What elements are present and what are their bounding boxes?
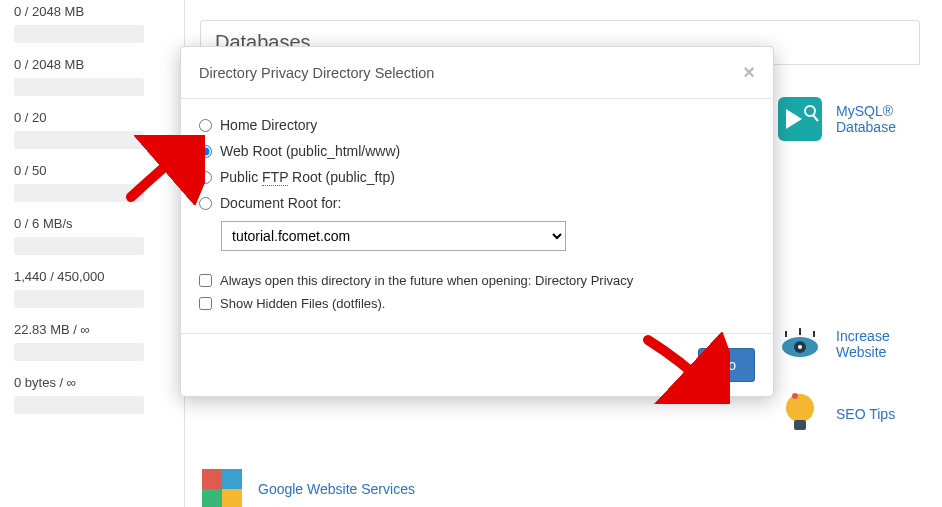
stat-label: 0 bytes / ∞ (4, 371, 184, 396)
radio-web-root[interactable]: Web Root (public_html/www) (199, 143, 755, 159)
stat-label: 0 / 2048 MB (4, 53, 184, 78)
checkbox-always-open[interactable]: Always open this directory in the future… (199, 273, 755, 288)
puzzle-icon (200, 467, 244, 507)
radio-label: Document Root for: (220, 195, 341, 211)
radio-label: Home Directory (220, 117, 317, 133)
checkbox-label: Always open this directory in the future… (220, 273, 633, 288)
modal-title: Directory Privacy Directory Selection (199, 65, 434, 81)
document-root-select-wrap: tutorial.fcomet.com (221, 221, 755, 251)
stat-label: 0 / 2048 MB (4, 0, 184, 25)
radio-home-directory[interactable]: Home Directory (199, 117, 755, 133)
modal-body: Home Directory Web Root (public_html/www… (181, 99, 773, 334)
stat-item: 0 bytes / ∞ (4, 371, 184, 414)
checkbox-show-hidden[interactable]: Show Hidden Files (dotfiles). (199, 296, 755, 311)
svg-rect-15 (222, 489, 242, 507)
radio-label: Web Root (public_html/www) (220, 143, 400, 159)
radio-input[interactable] (199, 119, 212, 132)
stat-bar (14, 343, 144, 361)
link-mysql[interactable]: MySQL® Database (778, 97, 942, 141)
link-label: MySQL® Database (836, 103, 942, 135)
stat-label: 1,440 / 450,000 (4, 265, 184, 290)
link-label: Google Website Services (258, 481, 415, 497)
annotation-arrow-icon (640, 332, 730, 404)
document-root-select[interactable]: tutorial.fcomet.com (221, 221, 566, 251)
svg-point-11 (792, 393, 798, 399)
checkbox-input[interactable] (199, 274, 212, 287)
stat-label: 0 / 6 MB/s (4, 212, 184, 237)
annotation-arrow-icon (125, 135, 205, 205)
svg-point-9 (786, 394, 814, 422)
svg-rect-13 (222, 469, 242, 489)
sidebar: 0 / 2048 MB 0 / 2048 MB 0 / 20 0 / 50 0 … (0, 0, 185, 507)
stat-label: 0 / 20 (4, 106, 184, 131)
checkbox-input[interactable] (199, 297, 212, 310)
stat-bar (14, 25, 144, 43)
modal-header: Directory Privacy Directory Selection × (181, 47, 773, 99)
stat-item: 0 / 2048 MB (4, 0, 184, 43)
radio-public-ftp[interactable]: Public FTP Root (public_ftp) (199, 169, 755, 185)
eye-icon (778, 322, 822, 366)
link-seo[interactable]: SEO Tips (778, 392, 895, 436)
stat-item: 22.83 MB / ∞ (4, 318, 184, 361)
stat-label: 22.83 MB / ∞ (4, 318, 184, 343)
database-icon (778, 97, 822, 141)
radio-label: Public FTP Root (public_ftp) (220, 169, 395, 185)
svg-rect-10 (794, 420, 806, 430)
svg-rect-14 (202, 489, 222, 507)
stat-item: 0 / 6 MB/s (4, 212, 184, 255)
svg-rect-12 (202, 469, 222, 489)
stat-bar (14, 290, 144, 308)
stat-bar (14, 78, 144, 96)
link-label: Increase Website (836, 328, 942, 360)
link-google[interactable]: Google Website Services (200, 467, 415, 507)
stat-item: 1,440 / 450,000 (4, 265, 184, 308)
link-label: SEO Tips (836, 406, 895, 422)
radio-document-root[interactable]: Document Root for: (199, 195, 755, 211)
bulb-icon (778, 392, 822, 436)
stat-bar (14, 396, 144, 414)
stat-item: 0 / 2048 MB (4, 53, 184, 96)
link-increase[interactable]: Increase Website (778, 322, 942, 366)
close-icon[interactable]: × (743, 61, 755, 84)
stat-bar (14, 237, 144, 255)
checkbox-label: Show Hidden Files (dotfiles). (220, 296, 385, 311)
svg-point-5 (798, 345, 802, 349)
